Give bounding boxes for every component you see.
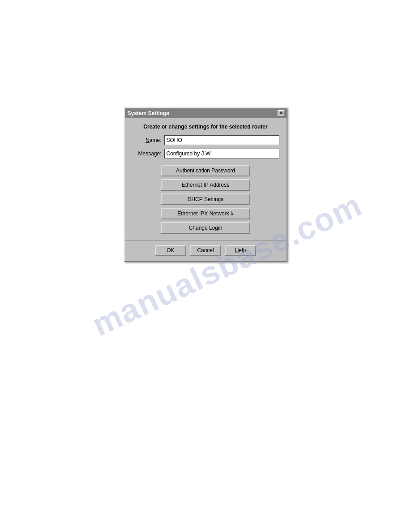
system-settings-dialog: System Settings ✕ Create or change setti…	[124, 107, 287, 262]
cancel-button[interactable]: Cancel	[190, 245, 221, 256]
cancel-label: Cancel	[197, 247, 214, 253]
name-field-row: Name:	[132, 135, 279, 145]
dhcp-settings-button[interactable]: DHCP Settings	[161, 193, 250, 205]
ok-label: OK	[167, 247, 174, 253]
close-button[interactable]: ✕	[278, 110, 285, 116]
title-bar: System Settings ✕	[125, 108, 287, 118]
message-label: Message:	[132, 150, 164, 157]
name-label: Name:	[132, 137, 164, 143]
dialog-body: Create or change settings for the select…	[125, 118, 287, 240]
name-input[interactable]	[164, 135, 279, 145]
ethernet-ipx-button[interactable]: Ethernet IPX Network #	[161, 208, 250, 219]
help-label: Help	[235, 247, 246, 253]
dialog-description: Create or change settings for the select…	[132, 124, 279, 130]
auth-password-button[interactable]: Authentication Password	[161, 165, 250, 176]
bottom-buttons-bar: OK Cancel Help	[125, 240, 287, 261]
message-field-row: Message:	[132, 149, 279, 159]
change-login-button[interactable]: Change Login	[161, 222, 250, 234]
section-buttons: Authentication Password Ethernet IP Addr…	[132, 165, 279, 234]
ok-button[interactable]: OK	[155, 245, 186, 256]
help-button[interactable]: Help	[225, 245, 256, 256]
message-input[interactable]	[164, 149, 279, 159]
dialog-title: System Settings	[128, 110, 169, 116]
ethernet-ip-button[interactable]: Ethernet IP Address	[161, 179, 250, 191]
